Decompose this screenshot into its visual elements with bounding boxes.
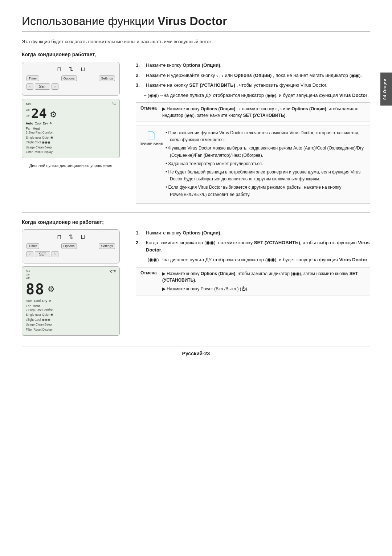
note-bullet-1: При включении функции Virus Doctor включ… [166, 130, 365, 143]
section2-row: ⊓ ⇅ ⊔ Timer Options Settings ‹ SET › [22, 229, 370, 336]
remote-box-2: ⊓ ⇅ ⊔ Timer Options Settings ‹ SET › [22, 229, 120, 263]
note-bullets-1: При включении функции Virus Doctor включ… [166, 130, 365, 200]
down-arrow-icon-2: ⊔ [81, 233, 85, 240]
step2-2-item: Когда замигает индикатор (◉◉), нажмите к… [136, 239, 370, 253]
mode-dry-1: Dry [43, 122, 48, 125]
step3-item: Нажмите на кнопку SET (УСТАНОВИТЬ) , что… [136, 82, 370, 89]
remote-nav-2: ‹ SET › [26, 251, 115, 257]
mode-cool-1: Cool [35, 122, 42, 125]
subtitle: Эта функция будет создавать положительны… [22, 39, 370, 44]
screen-mode-row-1b: Fan Heat [26, 127, 116, 130]
mode-cool-2: Cool [34, 299, 41, 303]
note-box-1: 📄 ПРИМЕЧАНИЕ При включении функции Virus… [136, 126, 370, 204]
right-button-2[interactable]: › [52, 251, 58, 257]
left-button-2[interactable]: ‹ [26, 251, 33, 257]
screen-top-row-1: Set °C [26, 102, 116, 106]
section1-row: ⊓ ⇅ ⊔ Timer Options Settings ‹ SET › [22, 62, 370, 204]
screen-row3: d'light Cool ◉◉◉ [26, 140, 116, 145]
screen-rows-2: 2·Step Fast Comfort Single user Quiet ◉ … [26, 308, 116, 332]
mode-dry-2: Dry [42, 299, 47, 303]
title-bold: Virus Doctor [158, 15, 227, 28]
step1-item: Нажмите кнопку Options (Опции). [136, 62, 370, 69]
section-separator [22, 212, 370, 213]
section1-heading: Когда кондиционер работает, [22, 52, 370, 57]
remote-container-1: ⊓ ⇅ ⊔ Timer Options Settings ‹ SET › [22, 62, 127, 168]
step2-1-text: Нажмите кнопку Options (Опции). [146, 229, 221, 237]
step2-item: Нажмите и удерживайте кнопку ‹ , › или O… [136, 72, 370, 79]
section2-heading: Когда кондиционер не работает; [22, 219, 370, 225]
sub-bullet-2: – (◉◉)→на дисплее пульта ДУ отобразится … [144, 256, 370, 263]
temp-unit-2: °C°F [109, 270, 116, 279]
remote-top-buttons-2: Timer Options Settings [26, 243, 115, 249]
note-bullet-3: Заданная температура может регулироватьс… [166, 160, 365, 167]
mode-fan-2: Fan [26, 304, 32, 308]
page-title: Использование функции Virus Doctor [22, 15, 370, 32]
remote-screen-2: Set On Off °C°F 88 ⚙ Auto Cool Dry ⊕ [22, 266, 120, 336]
remote-caption-1: Дисплей пульта дистанционного управления [22, 163, 120, 168]
section1-right: Нажмите кнопку Options (Опции). Нажмите … [136, 62, 370, 204]
fan-icon-2: ⚙ [48, 285, 55, 294]
step2-text: Нажмите и удерживайте кнопку ‹ , › или O… [146, 72, 362, 79]
options-button-1[interactable]: Options [61, 75, 77, 81]
step3-text: Нажмите на кнопку SET (УСТАНОВИТЬ) , что… [146, 82, 327, 89]
note-bullet-5: Если функция Virus Doctor выбирается с д… [166, 184, 365, 198]
settings-button-1[interactable]: Settings [99, 75, 115, 81]
screen-mode-row-2: Auto Cool Dry ⊕ [26, 299, 116, 303]
swing-icon-2: ⇅ [69, 233, 73, 240]
screen2-row4: Usage Clean Beep [26, 322, 116, 327]
mode-symbol-2: ⊕ [49, 299, 51, 303]
note-bullet-2: Функцию Virus Doctor можно выбирать, ког… [166, 145, 365, 159]
up-arrow-icon-2: ⊓ [57, 233, 61, 240]
blank-display: 88 [26, 281, 45, 298]
section2-left: ⊓ ⇅ ⊔ Timer Options Settings ‹ SET › [22, 229, 127, 336]
set-label-1: Set [26, 102, 31, 106]
cancel-box-1: Отмена ▶ Нажмите кнопку Options (Опции) … [136, 102, 370, 122]
note-label-1: ПРИМЕЧАНИЕ [139, 141, 163, 146]
temp-unit-1: °C [112, 102, 116, 106]
left-button-1[interactable]: ‹ [26, 83, 33, 90]
settings-button-2[interactable]: Settings [99, 243, 115, 249]
screen-top-row-2: Set On Off °C°F [26, 270, 116, 279]
timer-button-1[interactable]: Timer [26, 75, 39, 81]
up-arrow-icon: ⊓ [57, 66, 61, 73]
screen2-row5: Filter Reset Display [26, 327, 116, 332]
page-footer: Русский-23 [22, 347, 370, 356]
remote-top-buttons-1: Timer Options Settings [26, 75, 115, 81]
mode-auto-1: Auto [26, 122, 33, 125]
dash-bullet-2: – (◉◉)→на дисплее пульта ДУ отобразится … [144, 256, 370, 263]
on-off-labels: On Off [26, 107, 30, 119]
screen-row5: Filter Reset Display [26, 150, 116, 155]
remote-container-2: ⊓ ⇅ ⊔ Timer Options Settings ‹ SET › [22, 229, 127, 336]
right-button-1[interactable]: › [52, 83, 58, 90]
title-regular: Использование функции [22, 15, 158, 28]
remote-screen-1: Set °C On Off 24 ⚙ Auto Cool Dry ⊕ [22, 99, 120, 158]
set-button-2[interactable]: SET [35, 251, 50, 257]
down-arrow-icon: ⊔ [81, 66, 85, 73]
note-icon-col-1: 📄 ПРИМЕЧАНИЕ [141, 130, 161, 200]
sub-bullet-1: – (◉◉)→на дисплее пульта ДУ отобразится … [144, 92, 370, 99]
instructions-list-1: Нажмите кнопку Options (Опции). Нажмите … [136, 62, 370, 89]
temp-display-row: On Off 24 ⚙ [26, 107, 116, 120]
instructions-list-2: Нажмите кнопку Options (Опции). Когда за… [136, 229, 370, 254]
remote-box-1: ⊓ ⇅ ⊔ Timer Options Settings ‹ SET › [22, 62, 120, 96]
screen-row1: 2·Step Fast Comfort [26, 130, 116, 135]
mode-heat-2: Heat [33, 304, 40, 308]
timer-button-2[interactable]: Timer [26, 243, 39, 249]
section2-right: Нажмите кнопку Options (Опции). Когда за… [136, 229, 370, 295]
options-button-2[interactable]: Options [61, 243, 77, 249]
mode-auto-2: Auto [26, 299, 33, 303]
note-document-icon: 📄 [146, 130, 157, 141]
remote-nav-1: ‹ SET › [26, 83, 115, 90]
side-tab: 04 Опции [380, 73, 392, 106]
set-button-1[interactable]: SET [35, 83, 50, 90]
note-bullet-4: Не будет большой разницы в потреблении э… [166, 169, 365, 183]
swing-icon: ⇅ [69, 66, 73, 73]
cancel-label-2: Отмена [140, 270, 159, 292]
step2-2-text: Когда замигает индикатор (◉◉), нажмите к… [146, 239, 370, 253]
screen2-row1: 2·Step Fast Comfort [26, 308, 116, 313]
mode-fan-1: Fan [26, 127, 32, 130]
screen-rows-1: 2·Step Fast Comfort Single user Quiet ◉ … [26, 130, 116, 155]
mode-symbol-1: ⊕ [49, 122, 52, 125]
step2-1-item: Нажмите кнопку Options (Опции). [136, 229, 370, 237]
cancel-text-1: ▶ Нажмите кнопку Options (Опции) → нажми… [162, 106, 366, 119]
